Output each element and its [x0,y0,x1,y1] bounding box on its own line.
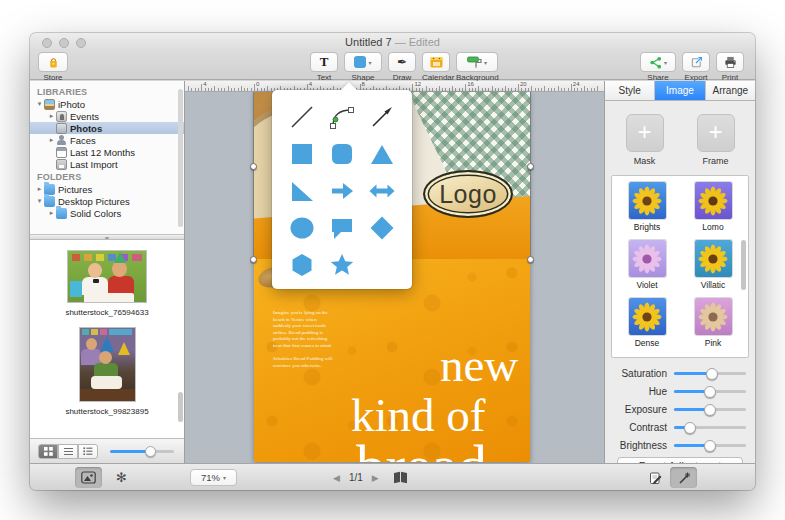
contrast-slider[interactable] [674,426,746,429]
shape-square[interactable] [285,137,319,170]
shape-arrow-double[interactable] [365,174,399,207]
shape-hexagon[interactable] [285,248,319,281]
shape-ellipse[interactable] [285,211,319,244]
notes-button[interactable] [642,467,669,488]
slider-knob[interactable] [704,440,716,452]
slider-knob[interactable] [145,446,156,457]
photo-thumbnail[interactable] [80,328,135,401]
tab-image[interactable]: Image [655,81,705,100]
sidebar-item-label: Photos [70,123,102,134]
shape-diamond[interactable] [365,211,399,244]
tab-style[interactable]: Style [605,81,655,100]
saturation-slider[interactable] [674,372,746,375]
sidebar-item-photos[interactable]: Photos [30,122,184,134]
next-page-button[interactable]: ▶ [372,473,379,483]
exposure-slider[interactable] [674,408,746,411]
filter-thumbnail[interactable] [695,240,732,277]
sidebar-item-last-import[interactable]: Last Import [30,158,184,170]
filter-thumbnail[interactable] [629,298,666,335]
filters-scrollbar[interactable] [741,240,746,290]
filter-thumbnail[interactable] [629,240,666,277]
disclosure-triangle-icon[interactable]: ▾ [35,100,44,108]
shape-curve[interactable] [325,100,359,133]
thumbnail-size-slider[interactable] [110,450,174,453]
photo-item[interactable]: shutterstock_99823895 [30,328,184,416]
filter-preset-pink[interactable]: Pink [680,298,746,348]
shape-arrow-line[interactable] [365,100,399,133]
list-view-button[interactable] [58,444,78,459]
detail-view-button[interactable] [78,444,98,459]
slider-knob[interactable] [704,404,716,416]
contrast-slider-row: Contrast [611,420,749,435]
share-button[interactable]: ▾ Share [640,52,676,82]
sidebar-item-iphoto[interactable]: ▾iPhoto [30,98,184,110]
filter-thumbnail[interactable] [695,298,732,335]
shape-arrow-right[interactable] [325,174,359,207]
store-button[interactable]: Store [38,52,68,82]
text-tool-button[interactable]: T Text [310,52,338,82]
shape-tool-button[interactable]: ▾ Shape [344,52,382,82]
draw-tool-button[interactable]: ✒ Draw [388,52,416,82]
disclosure-triangle-icon[interactable]: ▾ [35,197,44,205]
photo-thumbnail[interactable] [68,251,146,302]
selection-right-edge[interactable] [530,92,531,260]
disclosure-triangle-icon[interactable]: ▸ [35,185,44,193]
photo-item[interactable]: shutterstock_76594633 [30,251,184,317]
print-button[interactable]: Print [716,52,744,82]
shape-line[interactable] [285,100,319,133]
zoom-level-dropdown[interactable]: 71%▾ [190,469,237,486]
sidebar-item-pictures[interactable]: ▸Pictures [30,183,184,195]
disclosure-triangle-icon[interactable]: ▸ [47,112,56,120]
add-frame-button[interactable]: + [697,114,735,152]
shape-right-triangle[interactable] [285,174,319,207]
selection-handle-left-middle[interactable] [250,163,257,170]
selection-handle-right-middle[interactable] [527,163,534,170]
add-mask-button[interactable]: + [626,114,664,152]
tab-arrange[interactable]: Arrange [706,81,755,100]
filter-preset-violet[interactable]: Violet [614,240,680,290]
calendar-tool-button[interactable]: Calendar [422,52,454,82]
sidebar-item-events[interactable]: ▸Events [30,110,184,122]
slider-knob[interactable] [706,368,718,380]
shape-speech-bubble[interactable] [325,211,359,244]
export-button[interactable]: Export [682,52,710,82]
canvas-area[interactable]: 404812162024 Imagine you're lying on the… [185,81,604,463]
grid-view-button[interactable] [38,444,58,459]
shape-grid [272,90,412,289]
sidebar-item-solid-colors[interactable]: ▸Solid Colors [30,207,184,219]
background-tool-button[interactable]: ▾ Background [456,52,499,82]
media-browser-toggle-button[interactable] [75,467,102,488]
filter-preset-dense[interactable]: Dense [614,298,680,348]
shape-rounded-square[interactable] [325,137,359,170]
sidebar-item-faces[interactable]: ▸Faces [30,134,184,146]
facing-pages-icon[interactable] [392,471,409,484]
selection-handle-left-bottom[interactable] [250,256,257,263]
disclosure-triangle-icon[interactable]: ▸ [47,209,56,217]
selection-handle-right-bottom[interactable] [527,256,534,263]
hue-slider[interactable] [674,390,746,393]
shape-triangle[interactable] [365,137,399,170]
sidebar-item-desktop-pictures[interactable]: ▾Desktop Pictures [30,195,184,207]
disclosure-triangle-icon[interactable]: ▸ [47,136,56,144]
filter-preset-lomo[interactable]: Lomo [680,182,746,232]
magic-wand-button[interactable] [670,467,697,488]
calendar-icon [430,56,443,68]
filter-preset-brights[interactable]: Brights [614,182,680,232]
shape-star[interactable] [325,248,359,281]
close-button[interactable] [42,38,52,48]
selection-left-edge[interactable] [253,92,254,260]
browser-scrollbar[interactable] [178,392,183,422]
slider-knob[interactable] [684,422,696,434]
filter-thumbnail[interactable] [629,182,666,219]
logo-badge[interactable]: Logo [423,170,513,218]
filter-thumbnail[interactable] [695,182,732,219]
previous-page-button[interactable]: ◀ [333,473,340,483]
brightness-slider[interactable] [674,444,746,447]
tree-scrollbar[interactable] [178,89,183,227]
sidebar-item-last-12-months[interactable]: Last 12 Months [30,146,184,158]
minimize-button[interactable] [59,38,69,48]
clipart-button[interactable]: ✻ [108,467,135,488]
filter-preset-villatic[interactable]: Villatic [680,240,746,290]
slider-knob[interactable] [704,386,716,398]
zoom-window-button[interactable] [76,38,86,48]
